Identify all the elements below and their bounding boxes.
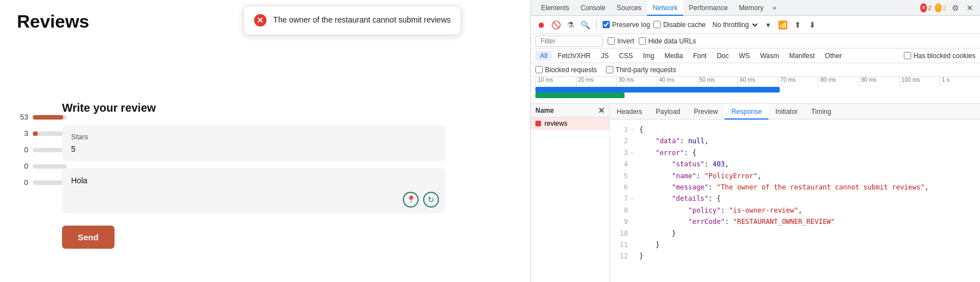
- rating-bar-fill-5: [33, 115, 63, 120]
- blocked-requests-checkbox[interactable]: [535, 66, 543, 73]
- more-tabs-icon[interactable]: »: [769, 4, 780, 12]
- detail-tab-timing[interactable]: Timing: [805, 104, 838, 120]
- comment-field[interactable]: Hola 📍 ↻: [62, 168, 446, 213]
- type-tab-css[interactable]: CSS: [614, 51, 638, 61]
- type-tab-all[interactable]: All: [535, 51, 552, 61]
- tab-network[interactable]: Network: [647, 0, 683, 16]
- upload-icon[interactable]: ⬆: [792, 19, 803, 30]
- throttle-dropdown-icon[interactable]: ▾: [763, 19, 774, 30]
- collapse-11: [630, 239, 637, 250]
- blocked-row: Blocked requests Third-party requests: [531, 63, 980, 77]
- type-tab-ws[interactable]: WS: [735, 51, 754, 61]
- type-tab-doc[interactable]: Doc: [712, 51, 733, 61]
- error-badge[interactable]: ✕ 2: [920, 2, 931, 14]
- type-tab-font[interactable]: Font: [688, 51, 711, 61]
- rating-row-2: 0: [17, 162, 67, 170]
- type-tab-img[interactable]: Img: [639, 51, 659, 61]
- detail-tab-payload[interactable]: Payload: [649, 104, 687, 120]
- error-message: The owner of the restaurant cannot submi…: [273, 15, 450, 26]
- rating-bar-bg-1: [33, 180, 67, 185]
- warning-badge[interactable]: ! 2: [935, 2, 946, 14]
- record-button[interactable]: ⏺: [535, 19, 547, 30]
- refresh-icon-btn[interactable]: ↻: [423, 192, 439, 208]
- collapse-1[interactable]: -: [630, 124, 637, 135]
- filter-input[interactable]: [535, 36, 603, 47]
- pin-icon-btn[interactable]: 📍: [403, 192, 419, 208]
- has-blocked-cookies-checkbox[interactable]: [904, 52, 911, 59]
- stars-field[interactable]: Stars 5: [62, 125, 446, 161]
- json-line-1: 1 - {: [617, 124, 973, 135]
- type-tab-other[interactable]: Other: [820, 51, 846, 61]
- type-tab-manifest[interactable]: Manifest: [785, 51, 819, 61]
- detail-tab-response[interactable]: Response: [724, 104, 768, 120]
- settings-icon[interactable]: ⚙: [950, 2, 961, 14]
- third-party-requests-checkbox[interactable]: [606, 66, 613, 73]
- third-party-requests-option[interactable]: Third-party requests: [606, 66, 676, 74]
- json-line-11: 11 }: [617, 239, 973, 250]
- hide-data-urls-option[interactable]: Hide data URLs: [639, 37, 696, 45]
- name-col-header: Name ✕: [531, 104, 609, 117]
- timeline-ticks: 10 ms 20 ms 30 ms 40 ms 50 ms 60 ms 70 m…: [531, 77, 980, 87]
- tab-sources[interactable]: Sources: [611, 0, 647, 16]
- close-devtools-icon[interactable]: ✕: [964, 2, 975, 14]
- timeline-bars: [535, 87, 980, 98]
- invert-checkbox[interactable]: [608, 37, 615, 45]
- detail-tab-initiator[interactable]: Initiator: [768, 104, 804, 120]
- has-blocked-cookies-label[interactable]: Has blocked cookies: [904, 52, 975, 60]
- collapse-7[interactable]: -: [630, 193, 637, 204]
- collapse-4: [630, 158, 637, 170]
- linenum-10: 10: [617, 228, 628, 239]
- preserve-log-checkbox[interactable]: [603, 21, 610, 28]
- request-name-label: reviews: [544, 120, 568, 127]
- detail-tab-preview[interactable]: Preview: [687, 104, 725, 120]
- blocked-requests-option[interactable]: Blocked requests: [535, 66, 597, 74]
- detail-tab-headers[interactable]: Headers: [610, 104, 649, 120]
- network-content: Name ✕ reviews Headers Payload Preview R…: [531, 104, 980, 282]
- rating-count-5: 53: [17, 113, 28, 121]
- close-col-button[interactable]: ✕: [598, 104, 605, 117]
- request-error-dot: [535, 121, 541, 126]
- rating-bar-bg-5: [33, 115, 67, 120]
- devtools-right-icons: ✕ 2 ! 2 ⚙ ✕: [920, 2, 975, 14]
- hide-data-urls-label: Hide data URLs: [648, 37, 696, 45]
- collapse-3[interactable]: -: [630, 147, 637, 158]
- linenum-8: 8: [617, 205, 628, 216]
- disable-cache-checkbox[interactable]: [653, 21, 661, 28]
- clear-button[interactable]: 🚫: [550, 19, 561, 30]
- tl-bar-green: [535, 92, 625, 98]
- send-button[interactable]: Send: [62, 226, 115, 249]
- code-1: {: [639, 124, 643, 135]
- hide-data-urls-checkbox[interactable]: [639, 37, 646, 45]
- type-tab-media[interactable]: Media: [660, 51, 688, 61]
- type-tab-js[interactable]: JS: [596, 51, 613, 61]
- type-tab-wasm[interactable]: Wasm: [755, 51, 784, 61]
- tab-memory[interactable]: Memory: [733, 0, 769, 16]
- rating-row-1: 0: [17, 178, 67, 187]
- tab-elements[interactable]: Elements: [535, 0, 575, 16]
- collapse-9: [630, 216, 637, 227]
- throttle-select[interactable]: No throttling Fast 3G Slow 3G: [709, 19, 759, 30]
- filter-icon[interactable]: ⚗: [565, 19, 576, 30]
- wifi-icon[interactable]: 📶: [777, 19, 789, 30]
- tab-performance[interactable]: Performance: [683, 0, 733, 16]
- tick-50ms: 50 ms: [697, 77, 738, 87]
- collapse-12: [630, 250, 637, 262]
- disable-cache-label[interactable]: Disable cache: [653, 21, 705, 29]
- rating-count-3: 0: [17, 146, 28, 154]
- download-icon[interactable]: ⬇: [807, 19, 818, 30]
- preserve-log-label[interactable]: Preserve log: [603, 21, 650, 29]
- json-line-7: 7 - "details": {: [617, 193, 973, 204]
- code-9: "errCode": "RESTAURANT_OWNER_REVIEW": [639, 216, 835, 227]
- rating-bars: 53 3 0 0 0: [17, 113, 67, 187]
- json-line-3: 3 - "error": {: [617, 147, 973, 158]
- type-tab-fetchxhr[interactable]: Fetch/XHR: [553, 51, 595, 61]
- response-content: 1 - { 2 "data": null, 3 - "error": { 4: [610, 120, 980, 282]
- third-party-requests-text: Third-party requests: [616, 66, 676, 74]
- search-icon[interactable]: 🔍: [579, 19, 591, 30]
- request-reviews[interactable]: reviews: [531, 117, 609, 130]
- tab-console[interactable]: Console: [575, 0, 611, 16]
- linenum-11: 11: [617, 239, 628, 250]
- invert-option[interactable]: Invert: [608, 37, 634, 45]
- timeline-area: 10 ms 20 ms 30 ms 40 ms 50 ms 60 ms 70 m…: [531, 77, 980, 104]
- linenum-6: 6: [617, 182, 628, 193]
